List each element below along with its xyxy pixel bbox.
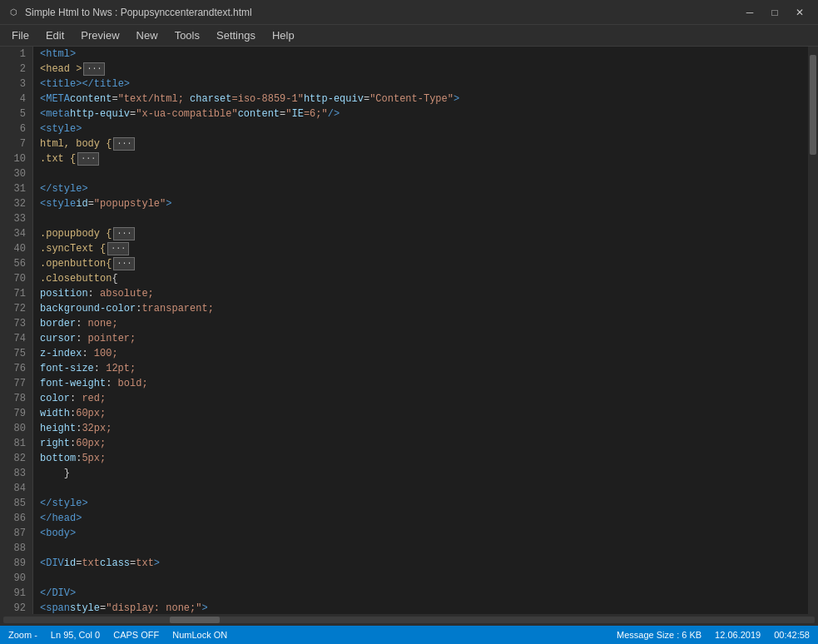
bottom-scrollbar-thumb[interactable]: [170, 617, 220, 623]
line-number: 83: [3, 466, 26, 481]
line-number: 2: [3, 62, 26, 77]
code-line[interactable]: }: [40, 466, 808, 481]
code-line[interactable]: <DIV id=txt class=txt>: [40, 556, 808, 571]
title-bar-left: ⬡ Simple Html to Nws : Popupsynccenteran…: [7, 6, 252, 19]
code-line[interactable]: .openbutton{···: [40, 256, 808, 271]
code-line[interactable]: [40, 211, 808, 226]
menu-preview[interactable]: Preview: [72, 27, 127, 44]
line-number: 82: [3, 451, 26, 466]
fold-indicator[interactable]: ···: [83, 62, 105, 76]
line-numbers: 1234567103031323334405670717273747576777…: [0, 47, 33, 614]
maximize-button[interactable]: □: [763, 4, 786, 21]
code-line[interactable]: html, body {···: [40, 136, 808, 151]
code-line[interactable]: <title></title>: [40, 77, 808, 92]
line-number: 88: [3, 541, 26, 556]
window-title: Simple Html to Nws : Popupsynccenterandt…: [25, 7, 252, 18]
code-line[interactable]: [40, 166, 808, 181]
code-line[interactable]: <style>: [40, 121, 808, 136]
line-number: 91: [3, 586, 26, 601]
code-line[interactable]: font-weight: bold;: [40, 376, 808, 391]
line-number: 70: [3, 271, 26, 286]
minimize-button[interactable]: ─: [738, 4, 761, 21]
fold-indicator[interactable]: ···: [113, 137, 135, 151]
code-line[interactable]: .closebutton{: [40, 271, 808, 286]
code-line[interactable]: <head >···: [40, 62, 808, 77]
code-line[interactable]: bottom:5px;: [40, 451, 808, 466]
line-number: 85: [3, 496, 26, 511]
code-line[interactable]: <meta http-equiv="x-ua-compatible" conte…: [40, 107, 808, 121]
line-number: 7: [3, 136, 26, 151]
menu-help[interactable]: Help: [264, 27, 303, 44]
code-line[interactable]: <META content="text/html; charset=iso-88…: [40, 92, 808, 107]
menu-bar: File Edit Preview New Tools Settings Hel…: [0, 25, 818, 47]
code-line[interactable]: [40, 481, 808, 496]
menu-file[interactable]: File: [3, 27, 37, 44]
code-line[interactable]: <body >: [40, 526, 808, 541]
code-line[interactable]: <style id="popupstyle" >: [40, 196, 808, 211]
message-size: Message Size : 6 KB: [617, 630, 701, 640]
line-number: 33: [3, 211, 26, 226]
code-line[interactable]: right:60px;: [40, 436, 808, 451]
code-line[interactable]: <html >: [40, 47, 808, 62]
code-line[interactable]: width:60px;: [40, 406, 808, 421]
line-number: 72: [3, 301, 26, 316]
status-right: Message Size : 6 KB 12.06.2019 00:42:58: [617, 630, 810, 640]
fold-indicator[interactable]: ···: [77, 152, 99, 166]
code-line[interactable]: </DIV>: [40, 586, 808, 601]
code-line[interactable]: position: absolute;: [40, 286, 808, 301]
numlock: NumLock ON: [172, 630, 227, 640]
bottom-scrollbar-area: [0, 614, 818, 626]
line-number: 1: [3, 47, 26, 62]
code-line[interactable]: cursor: pointer;: [40, 331, 808, 346]
code-line[interactable]: </style>: [40, 181, 808, 196]
code-line[interactable]: </head>: [40, 511, 808, 526]
line-number: 32: [3, 196, 26, 211]
line-number: 4: [3, 92, 26, 107]
line-number: 40: [3, 241, 26, 256]
fold-indicator[interactable]: ···: [107, 242, 129, 255]
line-num: Ln 95: [51, 630, 74, 640]
fold-indicator[interactable]: ···: [113, 257, 135, 270]
code-line[interactable]: z-index: 100;: [40, 346, 808, 361]
line-number: 75: [3, 346, 26, 361]
code-line[interactable]: height:32px;: [40, 421, 808, 436]
line-number: 5: [3, 107, 26, 121]
bottom-scrollbar-track[interactable]: [3, 617, 815, 623]
code-line[interactable]: [40, 571, 808, 586]
line-number: 34: [3, 226, 26, 241]
line-number: 90: [3, 571, 26, 586]
code-line[interactable]: [40, 541, 808, 556]
date: 12.06.2019: [715, 630, 761, 640]
code-line[interactable]: </style>: [40, 496, 808, 511]
menu-tools[interactable]: Tools: [166, 27, 208, 44]
code-line[interactable]: border: none;: [40, 316, 808, 331]
code-line[interactable]: background-color:transparent;: [40, 301, 808, 316]
line-number: 76: [3, 361, 26, 376]
menu-edit[interactable]: Edit: [37, 27, 72, 44]
line-number: 87: [3, 526, 26, 541]
line-number: 84: [3, 481, 26, 496]
code-line[interactable]: .syncText {···: [40, 241, 808, 256]
scrollbar-thumb[interactable]: [810, 55, 816, 155]
menu-settings[interactable]: Settings: [208, 27, 264, 44]
vertical-scrollbar[interactable]: [808, 47, 818, 614]
code-line[interactable]: font-size: 12pt;: [40, 361, 808, 376]
menu-new[interactable]: New: [128, 27, 166, 44]
code-line[interactable]: <span style="display: none;" >: [40, 601, 808, 614]
close-button[interactable]: ✕: [788, 4, 811, 21]
code-area[interactable]: <html ><head >··· <title></title> <META …: [33, 47, 808, 614]
line-number: 6: [3, 121, 26, 136]
line-number: 30: [3, 166, 26, 181]
code-line[interactable]: .txt {···: [40, 151, 808, 166]
line-number: 89: [3, 556, 26, 571]
time: 00:42:58: [774, 630, 810, 640]
code-line[interactable]: color: red;: [40, 391, 808, 406]
fold-indicator[interactable]: ···: [113, 227, 135, 240]
line-number: 10: [3, 151, 26, 166]
status-left: Zoom - Ln 95, Col 0 CAPS OFF NumLock ON: [8, 630, 227, 640]
status-bar: Zoom - Ln 95, Col 0 CAPS OFF NumLock ON …: [0, 626, 818, 644]
zoom-control[interactable]: Zoom -: [8, 630, 37, 640]
code-line[interactable]: .popupbody {···: [40, 226, 808, 241]
window-controls[interactable]: ─ □ ✕: [738, 4, 811, 21]
line-number: 31: [3, 181, 26, 196]
